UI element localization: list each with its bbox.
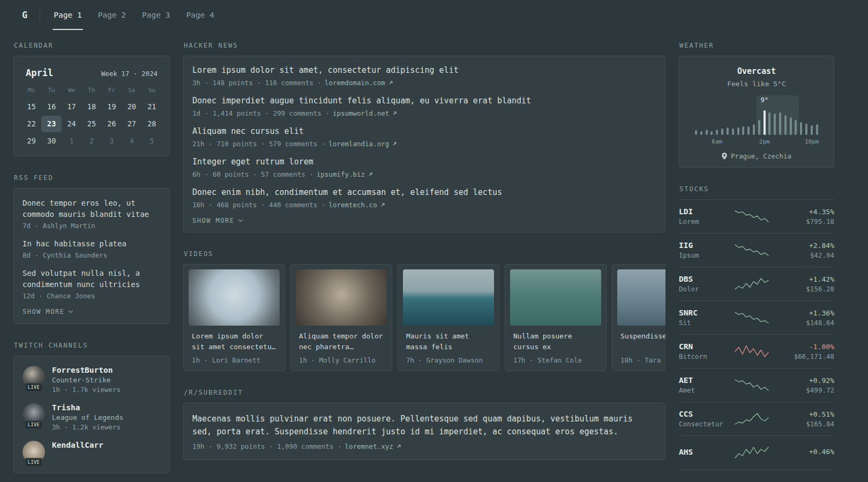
story-meta: 3h · 148 points · 116 comments · loremdo… (192, 79, 656, 87)
calendar-day-selected: 23 (41, 116, 61, 132)
post-domain[interactable]: loremnet.xyz (345, 442, 393, 450)
story-domain[interactable]: loremtech.co (328, 201, 377, 209)
video-card[interactable]: Lorem ipsum dolor sit amet consectetu… 1… (183, 264, 285, 371)
calendar-day: 18 (81, 99, 101, 115)
rss-card: Donec tempor eros leo, ut commodo mauris… (13, 188, 170, 324)
calendar-day: 1 (62, 133, 81, 149)
story-title[interactable]: Donec enim nibh, condimentum et accumsan… (192, 187, 656, 198)
sparkline-svg (735, 277, 769, 291)
sparkline-svg (735, 446, 769, 460)
main-content: CALENDAR April Week 17 · 2024 Mo Tu We T… (0, 30, 868, 482)
stock-ticker: LDI (679, 207, 731, 216)
stock-row[interactable]: LDI Lorem +4.35% $795.18 (679, 200, 834, 234)
temperature-bar (753, 124, 755, 135)
calendar-week-label: Week 17 · 2024 (101, 70, 158, 78)
video-card[interactable]: Aliquam tempor dolor nec pharetra… 1h · … (290, 264, 392, 371)
temperature-bar (758, 120, 760, 135)
temperature-bar (816, 124, 818, 135)
stocks-title: STOCKS (679, 185, 834, 193)
tab-page-4[interactable]: Page 4 (185, 0, 215, 30)
calendar-day: 22 (21, 116, 41, 132)
rss-show-more[interactable]: SHOW MORE (23, 308, 161, 315)
stock-sparkline (735, 243, 769, 257)
twitch-channel[interactable]: LIVE KendallCarr (23, 441, 161, 463)
weather-card: Overcast Feels like 5°C 9°6am2pm10pm Pra… (679, 56, 834, 168)
stock-row[interactable]: AHS +0.46% (679, 436, 834, 470)
post-text[interactable]: Maecenas mollis pulvinar erat non posuer… (192, 412, 656, 438)
stock-row[interactable]: CCS Consectetur +0.51% $165.84 (679, 402, 834, 436)
topbar: G Page 1 Page 2 Page 3 Page 4 (0, 0, 868, 30)
story-title[interactable]: Donec imperdiet augue tincidunt felis al… (192, 95, 656, 107)
video-title: Mauris sit amet massa felis (403, 331, 494, 352)
story-domain[interactable]: loremlandia.org (328, 140, 389, 148)
rss-item-title[interactable]: In hac habitasse platea (23, 238, 161, 250)
hn-show-more[interactable]: SHOW MORE (192, 217, 656, 224)
tab-page-3[interactable]: Page 3 (141, 0, 171, 30)
stock-name: Bitcorn (679, 352, 731, 360)
calendar-title: CALENDAR (14, 42, 170, 49)
rss-item: Sed volutpat nulla nisl, a condimentum n… (23, 268, 161, 300)
avatar: LIVE (23, 441, 45, 463)
calendar-day: 3 (102, 133, 122, 149)
show-more-label: SHOW MORE (192, 217, 235, 224)
app-logo: G (22, 0, 27, 30)
stock-row[interactable]: AET Amet +0.92% $499.72 (679, 368, 834, 402)
hour-label: 6am (712, 138, 722, 145)
video-card[interactable]: Mauris sit amet massa felis 7h · Grayson… (398, 264, 499, 371)
calendar-weekday: Su (142, 85, 162, 99)
hn-story: Integer eget rutrum lorem 6h · 60 points… (192, 156, 656, 178)
calendar-widget: CALENDAR April Week 17 · 2024 Mo Tu We T… (13, 42, 170, 156)
calendar-weekday: Tu (41, 85, 61, 99)
twitch-card: LIVE ForrestBurton Counter-Strike 1h · 1… (13, 356, 170, 473)
stock-change: +0.92% (769, 376, 834, 385)
stock-row[interactable]: CRN Bitcorn -1.00% $66,171.48 (679, 335, 834, 368)
story-title[interactable]: Integer eget rutrum lorem (192, 156, 656, 168)
stock-change: +0.46% (769, 448, 834, 456)
stock-row[interactable]: DBS Dolor +1.42% $156.28 (679, 267, 834, 301)
rss-item-meta: 7d · Ashlyn Martin (23, 222, 161, 230)
weather-feels-like: Feels like 5°C (687, 80, 826, 88)
stock-row[interactable]: SNRC Sit +1.36% $148.64 (679, 301, 834, 335)
story-title[interactable]: Lorem ipsum dolor sit amet, consectetur … (192, 65, 656, 76)
story-meta-text: 3h · 148 points · 116 comments · (192, 79, 321, 87)
tab-page-1[interactable]: Page 1 (53, 0, 83, 30)
twitch-channel[interactable]: LIVE Trisha League of Legends 3h · 1.2k … (23, 403, 161, 431)
video-thumbnail (617, 269, 665, 326)
story-domain[interactable]: ipsumify.biz (317, 170, 365, 178)
story-domain[interactable]: ipsumworld.net (333, 109, 389, 117)
stock-price: $795.18 (769, 217, 834, 225)
sparkline-svg (735, 344, 769, 358)
video-meta: 18h · Tara (617, 356, 665, 364)
hn-story: Donec enim nibh, condimentum et accumsan… (192, 187, 656, 209)
calendar-day: 28 (142, 116, 162, 132)
hackernews-title: HACKER NEWS (184, 42, 665, 49)
story-domain[interactable]: loremdomain.com (325, 79, 385, 87)
calendar-weekday: Fr (102, 85, 122, 99)
story-title[interactable]: Aliquam nec cursus elit (192, 126, 656, 137)
live-badge: LIVE (25, 458, 43, 467)
temperature-bar (727, 127, 729, 135)
channel-name: KendallCarr (52, 441, 103, 449)
stock-row[interactable]: IIG Ipsum +2.84% $42.04 (679, 234, 834, 267)
video-card[interactable]: Nullam posuere cursus ex 17h · Stefan Co… (505, 264, 607, 371)
video-meta: 1h · Molly Carrillo (296, 356, 387, 364)
twitch-channel[interactable]: LIVE ForrestBurton Counter-Strike 1h · 1… (23, 366, 161, 394)
calendar-day: 19 (102, 99, 122, 115)
rss-item-title[interactable]: Donec tempor eros leo, ut commodo mauris… (23, 198, 161, 220)
tab-page-2[interactable]: Page 2 (97, 0, 127, 30)
channel-name: ForrestBurton (52, 366, 121, 374)
stock-sparkline (735, 209, 769, 223)
calendar-month: April (26, 67, 53, 78)
calendar-day-grid: 15 16 17 18 19 20 21 22 23 24 25 26 27 2… (21, 99, 162, 149)
temperature-chart: 9°6am2pm10pm (693, 95, 820, 145)
right-column: WEATHER Overcast Feels like 5°C 9°6am2pm… (679, 42, 834, 482)
story-meta: 16h · 468 points · 440 comments · loremt… (192, 201, 656, 209)
stock-change: +1.42% (769, 275, 834, 283)
story-meta: 6h · 60 points · 57 comments · ipsumify.… (192, 170, 656, 178)
temperature-bar (800, 122, 802, 135)
rss-item-title[interactable]: Sed volutpat nulla nisl, a condimentum n… (23, 268, 161, 290)
post-meta-text: 19h · 9,932 points · 1,090 comments · (192, 442, 341, 450)
video-card[interactable]: Suspendisse diam 18h · Tara (612, 264, 665, 371)
temperature-bar (716, 130, 718, 135)
external-link-icon (380, 202, 385, 207)
